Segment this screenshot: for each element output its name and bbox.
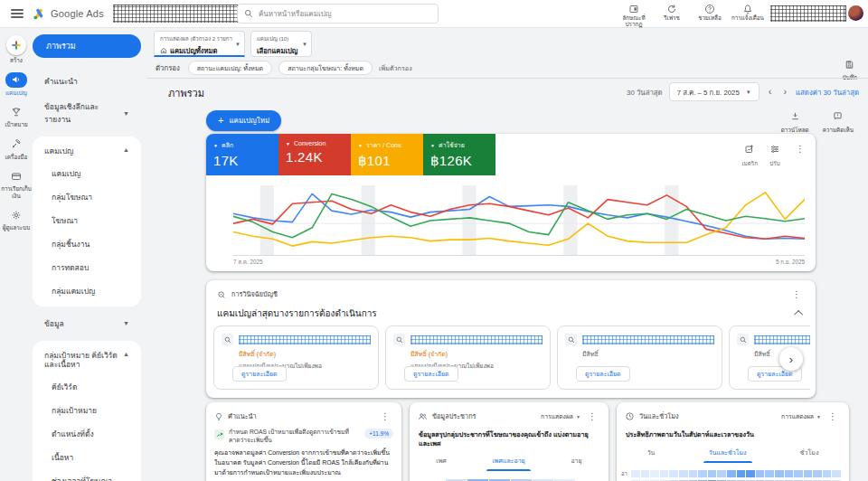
avatar[interactable] (848, 5, 863, 21)
rail-item-megaphone[interactable]: แคมเปญ (0, 72, 33, 97)
search-input[interactable] (259, 10, 431, 18)
chevron-down-icon: ▼ (746, 90, 751, 95)
chevron-down-icon: ▼ (286, 141, 290, 146)
rail-item-create[interactable]: สร้าง (0, 35, 33, 64)
sidebar-subitem[interactable]: กลุ่มเป้าหมาย (33, 399, 141, 422)
demographics-mode-dropdown[interactable]: การแสดงผล▼ (541, 411, 580, 421)
metric-tile[interactable]: ▼Conversion1.24K (278, 134, 351, 175)
day-hour-card: วันและชั่วโมง การแสดงผล▼ ⋮ ประสิทธิภาพตา… (617, 402, 849, 481)
date-prev-button[interactable]: ‹ (766, 87, 775, 97)
appearance-button[interactable]: ลักษณะที่ปรากฏ (615, 2, 653, 27)
demographics-tab[interactable]: อายุ (563, 451, 589, 471)
sidebar: ภาพรวม คำแนะนำข้อมูลเชิงลึกและรายงาน▼แคม… (33, 27, 146, 481)
filter-chip[interactable]: สถานะแคมเปญ: ทั้งหมด (188, 61, 272, 75)
recommendation-item[interactable]: กำหนด ROAS เป้าหมายเพื่อดึงดูดการเข้าชมท… (206, 428, 401, 481)
account-diagnostics-card: การวินิจฉัยบัญชี ⋮ แคมเปญล่าสุดบางรายการ… (206, 280, 816, 398)
demographics-more-menu[interactable]: ⋮ (584, 410, 600, 423)
sidebar-subitem[interactable]: กลุ่มชิ้นงาน (33, 232, 141, 256)
view-details-button[interactable]: ดูรายละเอียด (232, 366, 287, 382)
account-id-redacted (770, 5, 846, 22)
rail-item-tools[interactable]: เครื่องมือ (0, 137, 33, 161)
new-campaign-button[interactable]: + แคมเปญใหม่ (206, 110, 281, 131)
chevron-down-icon: ▼ (358, 143, 363, 148)
heatmap-cell (746, 470, 755, 477)
sidebar-subitem[interactable]: กลุ่มแคมเปญ (33, 279, 141, 303)
heatmap-cell (727, 470, 736, 477)
sidebar-item[interactable]: คำแนะนำ (33, 69, 141, 94)
product-name: Google Ads (51, 8, 104, 19)
action-label: ลักษณะที่ปรากฏ (615, 14, 653, 27)
collapse-icon[interactable] (794, 310, 803, 319)
sidebar-subitem[interactable]: ช่วงเวลาที่โฆษณาทำงาน (33, 469, 141, 481)
metrics-label: เมตริก (741, 159, 758, 168)
scope-value: แคมเปญทั้งหมด (170, 45, 218, 56)
recommendations-more-menu[interactable]: ⋮ (377, 410, 393, 423)
sidebar-section-expanded: กลุ่มเป้าหมาย คีย์เวิร์ด และเนื้อหา▲คีย์… (33, 341, 141, 481)
date-controls: 30 วันล่าสุด 7 ส.ค. – 5 ก.ย. 2025 ▼ ‹ › … (627, 82, 859, 101)
rail-item-trophy[interactable]: เป้าหมาย (0, 104, 33, 128)
menu-icon[interactable] (11, 9, 24, 18)
demographics-tab[interactable]: เพศและอายุ (485, 451, 532, 471)
refresh-button[interactable]: รีเฟรช (653, 2, 691, 27)
day-hour-tab[interactable]: วันและชั่วโมง (702, 443, 754, 463)
sidebar-subitem[interactable]: ตำแหน่งที่ตั้ง (33, 422, 141, 446)
day-hour-tab[interactable]: วัน (640, 443, 663, 463)
view-details-button[interactable]: ดูรายละเอียด (404, 366, 458, 382)
filter-chip[interactable]: สถานะกลุ่มโฆษณา: ทั้งหมด (278, 61, 373, 75)
download-button[interactable]: ดาวน์โหลด (781, 108, 809, 135)
show-last-30-days-link[interactable]: แสดงค่า 30 วันล่าสุด (796, 87, 859, 98)
scope-selector[interactable]: การแสดงผล (ตัวกรอง 2 รายการ) แคมเปญทั้งห… (154, 31, 245, 57)
sidebar-subitem[interactable]: คีย์เวิร์ด (33, 375, 141, 399)
diagnostics-subtitle: แคมเปญล่าสุดบางรายการต้องดำเนินการ (217, 307, 377, 320)
sidebar-subitem[interactable]: แคมเปญ (33, 162, 141, 185)
campaign-name-redacted (754, 335, 810, 344)
heatmap-cell (794, 470, 803, 477)
demographics-tab[interactable]: เพศ (429, 451, 453, 471)
rail-label: เป้าหมาย (5, 121, 27, 128)
section-header[interactable]: แคมเปญ▲ (33, 141, 141, 162)
lightbulb-icon (214, 412, 223, 421)
search-icon (244, 9, 253, 18)
recommendations-title: คำแนะนำ (228, 411, 257, 421)
chart-more-menu[interactable]: ⋮ (792, 142, 808, 156)
metric-tile[interactable]: ▼ค่าใช้จ่าย฿126K (423, 134, 495, 175)
date-range-dropdown[interactable]: 7 ส.ค. – 5 ก.ย. 2025 ▼ (669, 82, 760, 101)
sidebar-subitem[interactable]: เนื้อหา (33, 446, 141, 469)
rail-item-gear[interactable]: ผู้ดูแลระบบ (0, 207, 33, 231)
sidebar-item-overview[interactable]: ภาพรวม (33, 34, 141, 58)
date-next-button[interactable]: › (780, 87, 789, 97)
day-hour-more-menu[interactable]: ⋮ (825, 410, 841, 423)
metrics-button[interactable]: เมตริก (741, 142, 758, 168)
metric-tile[interactable]: ▼คลิก17K (206, 134, 278, 175)
help-button[interactable]: ช่วยเหลือ (691, 2, 729, 27)
heatmap-cell (679, 470, 688, 477)
sidebar-subitem[interactable]: กลุ่มโฆษณา (33, 185, 141, 209)
section-header[interactable]: กลุ่มเป้าหมาย คีย์เวิร์ด และเนื้อหา▲ (33, 345, 141, 375)
action-label: ช่วยเหลือ (691, 14, 729, 21)
add-filter-button[interactable]: เพิ่มตัวกรอง (379, 63, 412, 73)
sidebar-subitem[interactable]: โฆษณา (33, 209, 141, 232)
campaign-picker[interactable]: แคมเปญ (10) เลือกแคมเปญ ▼ (250, 31, 312, 57)
rail-item-billing[interactable]: การเรียกเก็บเงิน (0, 168, 33, 199)
bell-button[interactable]: การแจ้งเตือน (729, 2, 767, 27)
carousel-next-button[interactable]: › (779, 347, 803, 371)
metric-label: ราคา / Conv. (366, 140, 402, 150)
campaign-name-redacted (410, 335, 542, 344)
x-axis-start-label: 7 ส.ค. 2025 (233, 258, 263, 267)
sidebar-section-collapsed[interactable]: ข้อมูลเชิงลึกและรายงาน▼ (33, 94, 141, 132)
refresh-icon (653, 2, 691, 14)
day-hour-tab[interactable]: ชั่วโมง (793, 443, 826, 463)
view-details-button[interactable]: ดูรายละเอียด (576, 366, 630, 382)
sidebar-section-collapsed[interactable]: ข้อมูล▼ (33, 311, 141, 336)
sidebar-subitem[interactable]: การทดสอบ (33, 256, 141, 279)
adjust-button[interactable]: ปรับ (769, 142, 780, 168)
heatmap-cell (804, 470, 813, 477)
feedback-button[interactable]: ความคิดเห็น (823, 108, 854, 135)
section-label: แคมเปญ (44, 146, 73, 156)
search-box[interactable] (237, 4, 439, 24)
metric-tile[interactable]: ▼ราคา / Conv.฿101 (351, 134, 423, 175)
day-hour-mode-dropdown[interactable]: การแสดงผล▼ (781, 411, 821, 421)
metric-label: Conversion (294, 140, 326, 146)
filter-chips: สถานะแคมเปญ: ทั้งหมดสถานะกลุ่มโฆษณา: ทั้… (188, 61, 373, 75)
diagnostics-more-menu[interactable]: ⋮ (788, 288, 805, 301)
